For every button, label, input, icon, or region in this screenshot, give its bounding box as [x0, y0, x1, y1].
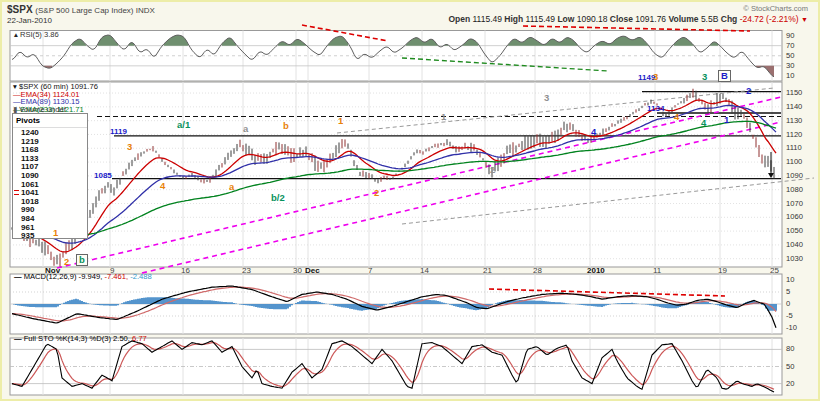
pivot-value: 990: [13, 205, 87, 214]
price-ytick: 1030: [786, 255, 803, 263]
rsi-ytick: 70: [786, 42, 794, 50]
wave-annotation: 4: [674, 112, 679, 122]
xaxis-date-label: 30: [293, 267, 302, 275]
rsi-title: RSI(5): [20, 30, 42, 39]
pivot-value: 984: [13, 214, 87, 223]
rsi-ytick: 50: [786, 52, 794, 60]
wave-annotation: 3: [702, 72, 707, 82]
price-ytick: 1130: [786, 117, 802, 125]
rsi-icon: ▴: [14, 30, 18, 39]
pivots-box: Pivots 124012191168113311071090106110411…: [12, 113, 88, 239]
rsi-value: 3.86: [44, 30, 59, 39]
wave-annotation: a/1: [177, 120, 190, 130]
wave-annotation: 1134: [647, 105, 664, 113]
quote-label: Low: [557, 14, 576, 24]
macd-value: -9.949,: [79, 272, 103, 281]
wave-annotation: 1: [338, 116, 343, 126]
quote-value: 1115.49: [526, 14, 558, 24]
wave-annotation: 4: [701, 118, 706, 128]
price-ytick: 1070: [786, 200, 803, 208]
macd-ytick: -10: [786, 324, 797, 332]
rsi-ytick: 90: [786, 32, 794, 40]
xaxis-date-label: 2010: [587, 267, 605, 275]
pivot-value: 1061: [13, 180, 87, 189]
chart-date: 22-Jan-2010: [7, 17, 52, 25]
sto-ytick: 20: [786, 380, 794, 388]
quote-line: Open 1115.49 High 1115.49 Low 1090.18 Cl…: [448, 15, 808, 24]
macd-value: -2.488: [128, 272, 152, 281]
wave-annotation: 3: [544, 93, 549, 103]
xaxis-date-label: 11: [653, 267, 661, 275]
wave-annotation: 2: [374, 188, 379, 198]
price-ytick: 1150: [786, 89, 802, 97]
xaxis-date-label: Dec: [305, 267, 320, 275]
xaxis-date-label: 28: [533, 267, 542, 275]
sto-title: Full STO %K(14,3) %D(3): [24, 334, 111, 343]
copyright-link[interactable]: © StockCharts.com: [743, 5, 808, 13]
pivots-title: Pivots: [13, 114, 87, 128]
wave-annotation: 4: [160, 181, 165, 191]
rsi-ytick: 30: [786, 62, 794, 70]
price-ytick: 1040: [786, 241, 803, 249]
pivot-value: 1107: [13, 162, 87, 171]
pivot-value: 1018: [13, 197, 87, 206]
page-title: $SPX (S&P 500 Large Cap Index) INDX: [7, 5, 155, 16]
xaxis-date-label: 25: [770, 267, 779, 275]
wave-annotation: b/2: [271, 193, 285, 203]
xaxis-date-label: 9: [110, 267, 114, 275]
macd-ytick: 5: [786, 288, 790, 296]
sto-ytick: 80: [786, 345, 794, 353]
price-ytick: 1110: [786, 144, 802, 152]
sto-values: 2.50, 6.77: [113, 334, 147, 343]
xaxis-date-label: 19: [718, 267, 727, 275]
quote-label: Chg: [721, 14, 740, 24]
macd-values: -9.949, -7.461, -2.488: [79, 272, 152, 281]
wave-annotation: 2: [490, 165, 495, 175]
wave-annotation: 1: [724, 115, 729, 125]
macd-ytick: 0: [786, 300, 790, 308]
pivot-value: 1168: [13, 145, 87, 154]
macd-value: -7.461,: [102, 272, 128, 281]
price-ytick: 1100: [786, 158, 802, 166]
wave-annotation: 1: [441, 112, 446, 122]
quote-label: Volume: [668, 14, 700, 24]
price-ytick: 1090: [786, 172, 803, 180]
wave-annotation: 4: [591, 127, 596, 137]
quote-value: -24.72 (-2.21%): [740, 14, 801, 24]
quote-label: High: [504, 14, 525, 24]
pivot-value: 1041: [13, 188, 87, 197]
quote-value: 1115.49: [472, 14, 504, 24]
sto-panel: [10, 338, 782, 395]
xaxis-date-label: 7: [368, 267, 372, 275]
wave-annotation: 3: [653, 72, 658, 82]
wave-annotation: a: [229, 182, 234, 192]
pivot-marker-icon: [14, 190, 19, 195]
pivot-value: 1090: [13, 171, 87, 180]
xaxis-date-label: 14: [420, 267, 429, 275]
price-ytick: 1050: [786, 227, 803, 235]
wave-annotation: b: [283, 121, 289, 131]
sto-line-icon: —: [14, 334, 22, 343]
quote-value: 1090.18: [577, 14, 610, 24]
pivot-value: 1240: [13, 128, 87, 137]
sto-ytick: 50: [786, 363, 794, 371]
pivot-value: 935: [13, 231, 87, 240]
price-ytick: 1080: [786, 186, 803, 194]
quote-label: Close: [610, 14, 636, 24]
pivot-values: 1240121911681133110710901061104110189909…: [13, 128, 87, 240]
quote-value: 1091.76: [635, 14, 668, 24]
change-down-icon: ▼: [801, 16, 808, 23]
wave-annotation: 2: [64, 257, 69, 267]
macd-line-icon: —: [14, 272, 22, 281]
price-ytick: 1060: [786, 213, 803, 221]
sto-legend: — Full STO %K(14,3) %D(3) 2.50, 6.77: [14, 335, 147, 343]
wave-annotation: 1119: [110, 128, 127, 136]
sto-value: 6.77: [130, 334, 147, 343]
wave-annotation: 2: [746, 86, 751, 96]
macd-legend: — MACD(12,26,9) -9.949, -7.461, -2.488: [14, 273, 152, 281]
price-ytick: 1140: [786, 103, 802, 111]
xaxis-date-label: Nov: [45, 267, 60, 275]
symbol-label: $SPX: [7, 4, 33, 15]
macd-ytick: -5: [786, 312, 793, 320]
xaxis-date-label: 16: [181, 267, 190, 275]
